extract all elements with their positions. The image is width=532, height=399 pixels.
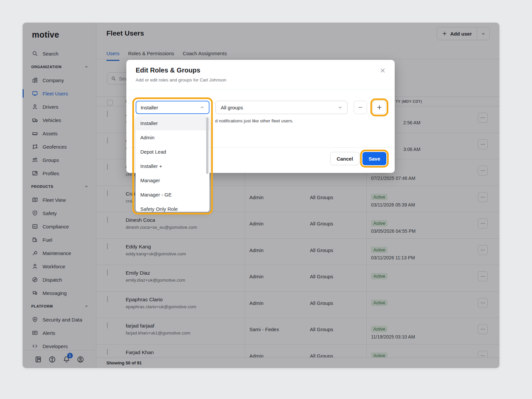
role-option-manager[interactable]: Manager [136, 173, 209, 188]
close-button[interactable] [379, 66, 387, 74]
modal-header-divider [126, 89, 395, 89]
modal-subtitle: Add or edit roles and groups for Carl Jo… [136, 77, 226, 82]
role-option-manager-ge[interactable]: Manager - GE [136, 188, 209, 202]
edit-roles-groups-modal: Edit Roles & Groups Add or edit roles an… [126, 60, 395, 173]
cancel-button[interactable]: Cancel [330, 152, 359, 165]
role-helper-text: d notifications just like other fleet us… [215, 118, 294, 123]
groups-select[interactable]: All groups [215, 101, 347, 114]
role-option-safety-only-role[interactable]: Safety Only Role [136, 202, 209, 212]
role-option-admin[interactable]: Admin [136, 130, 209, 145]
role-option-installer[interactable]: Installer [136, 116, 209, 130]
role-option-depot-lead[interactable]: Depot Lead [136, 145, 209, 159]
close-icon [379, 67, 386, 74]
groups-select-value: All groups [221, 105, 243, 110]
dropdown-scrollbar[interactable] [206, 117, 208, 174]
remove-role-row-button[interactable] [354, 101, 367, 114]
save-button[interactable]: Save [362, 152, 386, 165]
plus-icon [376, 104, 382, 110]
modal-title: Edit Roles & Groups [136, 66, 200, 74]
chevron-up-icon [200, 105, 205, 110]
role-option-installer[interactable]: Installer + [136, 159, 209, 173]
add-role-row-button[interactable] [373, 101, 386, 114]
app-window: motive SearchORGANIZATIONCompanyFleet Us… [23, 23, 499, 368]
chevron-down-icon [337, 105, 343, 110]
role-select-value: Installer [141, 105, 158, 110]
minus-icon [357, 104, 363, 110]
role-dropdown-list: InstallerAdminDepot LeadInstaller +Manag… [136, 116, 209, 212]
role-select[interactable]: Installer [136, 101, 209, 114]
